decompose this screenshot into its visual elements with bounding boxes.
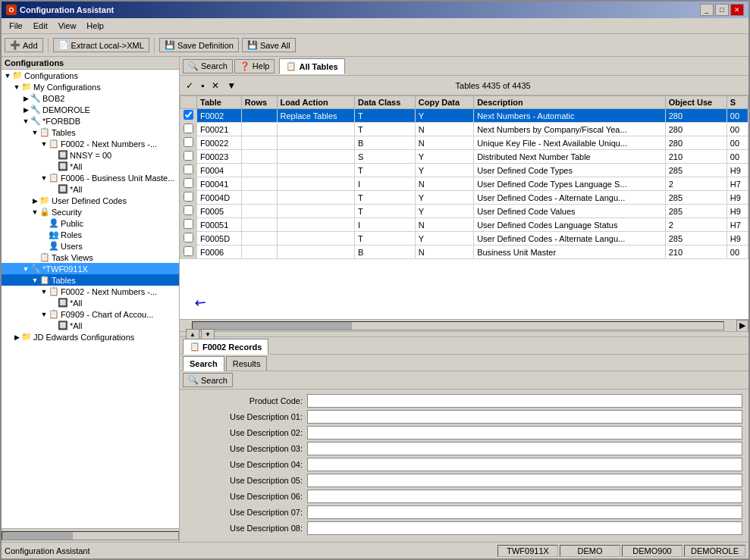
app-icon: O [6,5,17,15]
data-table: Table Rows Load Action Data Class Copy D… [180,95,748,259]
row-checkbox[interactable] [180,109,197,123]
split-down-btn[interactable]: ▼ [201,329,215,339]
form-input-4[interactable] [307,458,742,471]
form-input-6[interactable] [307,490,742,503]
form-input-5[interactable] [307,474,742,487]
maximize-btn[interactable]: □ [715,4,729,16]
table-hscroll[interactable]: ▶ [180,319,748,331]
tree-item-all1[interactable]: 🔲 *All [2,161,179,172]
form-input-7[interactable] [307,505,742,519]
tree-item-public[interactable]: 👤 Public [2,217,179,229]
tree-scroll-bar[interactable] [2,528,179,542]
row-checkbox[interactable] [180,177,197,191]
scroll-right-btn[interactable]: ▶ [736,320,748,332]
cell-data-class: T [355,191,416,205]
tree-item-demorole[interactable]: ▶ 🔧 DEMOROLE [2,104,179,115]
table-row[interactable]: F0004TYUser Defined Code Types285H9 [180,164,748,177]
row-checkbox[interactable] [180,232,197,246]
tree-item-f0006[interactable]: ▼ 📋 F0006 - Business Unit Maste... [2,172,179,183]
search-button[interactable]: 🔍 Search [183,59,233,74]
tree-item-all2[interactable]: 🔲 *All [2,183,179,195]
table-row[interactable]: F00021TNNext Numbers by Company/Fiscal Y… [180,123,748,136]
tree-item-task-views[interactable]: 📋 Task Views [2,252,179,263]
row-checkbox[interactable] [180,123,197,136]
menu-view[interactable]: View [54,20,81,32]
menu-file[interactable]: File [5,20,27,32]
form-input-2[interactable] [307,426,742,440]
uncheck-btn[interactable]: ▪ [198,79,207,92]
tree-item-tables2[interactable]: ▼ 📋 Tables [2,274,179,286]
form-input-8[interactable] [307,521,742,535]
menu-help[interactable]: Help [82,20,108,32]
close-btn[interactable]: ✕ [730,4,744,16]
f0002-records-tab[interactable]: 📋 F0002 Records [183,339,268,355]
cell-rows [241,218,277,232]
tree-item-configurations[interactable]: ▼ 📁 Configurations [2,70,179,81]
status-demo900: DEMO900 [622,545,683,557]
table-row[interactable]: F0006BNBusiness Unit Master21000 [180,246,748,259]
cell-rows [241,177,277,191]
table-row[interactable]: F0002Replace TablesTYNext Numbers - Auto… [180,109,748,123]
tree-scroll[interactable]: ▼ 📁 Configurations ▼ 📁 My Configurations… [2,70,179,528]
tree-item-all3[interactable]: 🔲 *All [2,297,179,308]
row-checkbox[interactable] [180,191,197,205]
table-row[interactable]: F00023SYDistributed Next Number Table210… [180,150,748,164]
check-btn[interactable]: ✓ [183,79,196,92]
save-all-button[interactable]: 💾 Save All [242,38,296,52]
delete-btn[interactable]: ✕ [209,79,222,92]
add-button[interactable]: ➕ Add [5,38,43,52]
form-input-1[interactable] [307,410,742,424]
row-checkbox[interactable] [180,136,197,150]
row-checkbox[interactable] [180,164,197,177]
tree-item-nnsy[interactable]: 🔲 NNSY = 00 [2,149,179,161]
tree-item-f0909[interactable]: ▼ 📋 F0909 - Chart of Accou... [2,308,179,320]
row-checkbox[interactable] [180,218,197,232]
row-checkbox[interactable] [180,150,197,164]
filter-icon-nnsy: 🔲 [58,150,68,160]
save-definition-button[interactable]: 💾 Save Definition [159,38,239,52]
records-tab-icon: 📋 [190,342,200,352]
all-tables-tab[interactable]: 📋 All Tables [279,58,344,74]
table-row[interactable]: F0004DTYUser Defined Codes - Alternate L… [180,191,748,205]
menu-edit[interactable]: Edit [29,20,52,32]
table-row[interactable]: F0005DTYUser Defined Codes - Alternate L… [180,232,748,246]
row-checkbox[interactable] [180,205,197,218]
help-icon: ❓ [240,61,250,71]
tree-item-forbdb[interactable]: ▼ 🔧 *FORBDB [2,115,179,127]
bottom-search-button[interactable]: 🔍 Search [183,373,233,387]
filter-icon-all2: 🔲 [58,184,68,194]
tab-results[interactable]: Results [226,356,268,371]
splitter[interactable]: ▲ ▼ Toggles split screen ↙ [180,331,748,337]
table-row[interactable]: F00022BNUnique Key File - Next Available… [180,136,748,150]
tree-item-users[interactable]: 👤 Users [2,240,179,252]
row-checkbox[interactable] [180,246,197,259]
tree-item-tables[interactable]: ▼ 📋 Tables [2,127,179,138]
table-icon-f0002: 📋 [49,139,59,149]
table-row[interactable]: F00041INUser Defined Code Types Language… [180,177,748,191]
tree-item-all4[interactable]: 🔲 *All [2,320,179,331]
dropdown-btn[interactable]: ▼ [224,79,239,92]
cell-data-class: T [355,109,416,123]
extract-button[interactable]: 📄 Extract Local->XML [53,38,149,52]
tree-item-security[interactable]: ▼ 🔒 Security [2,206,179,217]
help-button[interactable]: ❓ Help [234,59,275,74]
tree-item-my-configurations[interactable]: ▼ 📁 My Configurations [2,81,179,92]
tab-search[interactable]: Search [183,356,224,371]
table-scroll[interactable]: Table Rows Load Action Data Class Copy D… [180,95,748,319]
tree-item-bob2[interactable]: ▶ 🔧 BOB2 [2,92,179,104]
tree-item-roles[interactable]: 👥 Roles [2,229,179,240]
table-row[interactable]: F00051INUser Defined Codes Language Stat… [180,218,748,232]
tree-item-jd-edwards[interactable]: ▶ 📁 JD Edwards Configurations [2,331,179,343]
table-tab-icon: 📋 [286,61,297,71]
tree-item-f0002-2[interactable]: ▼ 📋 F0002 - Next Numbers -... [2,286,179,297]
tree-item-user-defined[interactable]: ▶ 📁 User Defined Codes [2,195,179,206]
minimize-btn[interactable]: _ [700,4,714,16]
bottom-form-scroll[interactable]: Product Code:Use Description 01:Use Desc… [180,389,748,542]
tree-item-twf0911x[interactable]: ▼ 🔧 *TWF0911X [2,263,179,274]
tree-item-f0002[interactable]: ▼ 📋 F0002 - Next Numbers -... [2,138,179,149]
filter-icon-all1: 🔲 [58,161,68,171]
split-up-btn[interactable]: ▲ [186,329,199,339]
form-input-3[interactable] [307,442,742,455]
form-input-0[interactable] [307,394,742,408]
table-row[interactable]: F0005TYUser Defined Code Values285H9 [180,205,748,218]
